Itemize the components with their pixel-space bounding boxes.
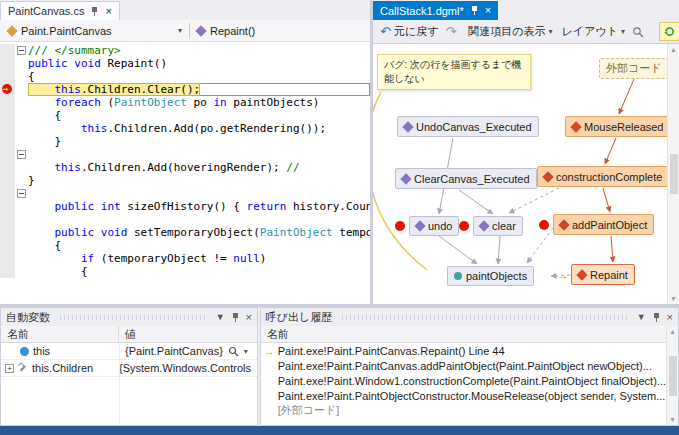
graph-node-repaint[interactable]: Repaint xyxy=(571,264,635,285)
graph-node-clearcanvas-executed[interactable]: ClearCanvas_Executed xyxy=(395,168,537,189)
breakpoint-margin[interactable] xyxy=(0,200,15,213)
code-line[interactable]: this.Children.Add(po.getRendering()); xyxy=(0,122,370,135)
breakpoint-margin[interactable] xyxy=(0,187,15,200)
breakpoint-margin[interactable] xyxy=(0,70,15,83)
code-line[interactable]: foreach (PaintObject po in paintObjects) xyxy=(0,96,370,109)
node-label: MouseReleased xyxy=(584,121,664,133)
scrollbar-thumb[interactable] xyxy=(669,356,677,396)
graph-canvas[interactable]: バグ: 次の行を描画するまで機能しない 外部コード UndoCanvas_Exe… xyxy=(373,44,679,304)
autos-title-bar[interactable]: 自動変数 ▼ × xyxy=(1,308,257,326)
breakpoint-margin[interactable] xyxy=(0,44,15,57)
stack-frame[interactable]: Paint.exe!Paint.Window1.constructionComp… xyxy=(261,373,666,388)
pin-icon[interactable] xyxy=(470,5,479,16)
scroll-down-icon[interactable]: ▼ xyxy=(669,416,676,423)
breakpoint-icon[interactable] xyxy=(395,221,405,231)
undo-button[interactable]: ↶ 元に戻す xyxy=(378,23,440,40)
redo-icon[interactable]: ↷ xyxy=(445,25,456,38)
code-line[interactable]: } xyxy=(0,174,370,187)
chevron-down-icon[interactable]: ▾ xyxy=(244,347,248,356)
zoom-icon[interactable] xyxy=(632,26,644,38)
stack-frame-current[interactable]: → Paint.exe!Paint.PaintCanvas.Repaint() … xyxy=(261,343,666,358)
bug-annotation-note[interactable]: バグ: 次の行を描画するまで機能しない xyxy=(377,54,531,90)
stack-frame[interactable]: Paint.exe!Paint.PaintObjectConstructor.M… xyxy=(261,388,666,403)
pin-icon[interactable] xyxy=(652,312,661,323)
code-line[interactable]: } xyxy=(0,135,370,148)
code-line[interactable]: { xyxy=(0,265,370,278)
breakpoint-margin[interactable]: → xyxy=(0,83,15,96)
code-line[interactable]: → this.Children.Clear(); xyxy=(0,83,370,96)
breakpoint-margin[interactable] xyxy=(0,213,15,226)
graph-node-undocanvas-executed[interactable]: UndoCanvas_Executed xyxy=(397,116,539,137)
close-icon[interactable]: × xyxy=(667,311,673,323)
breakpoint-margin[interactable] xyxy=(0,135,15,148)
breakpoint-margin[interactable] xyxy=(0,239,15,252)
close-icon[interactable]: × xyxy=(485,5,491,16)
scroll-down-icon[interactable]: ▼ xyxy=(670,295,677,302)
inspect-magnifier-icon[interactable] xyxy=(228,346,239,357)
breakpoint-margin[interactable] xyxy=(0,57,15,70)
column-header-value[interactable]: 値 xyxy=(119,326,257,342)
breakpoint-margin[interactable] xyxy=(0,109,15,122)
scrollbar-thumb[interactable] xyxy=(670,154,678,194)
breakpoint-margin[interactable] xyxy=(0,252,15,265)
class-dropdown[interactable]: Paint.PaintCanvas ▾ xyxy=(4,21,186,41)
code-line[interactable]: { xyxy=(0,239,370,252)
code-line[interactable] xyxy=(0,213,370,226)
vertical-scrollbar[interactable]: ▲ ▼ xyxy=(667,44,679,304)
code-line[interactable]: { xyxy=(0,109,370,122)
stack-frame-external[interactable]: [外部コード] xyxy=(261,403,666,418)
breakpoint-margin[interactable] xyxy=(0,122,15,135)
breakpoint-icon[interactable] xyxy=(459,221,469,231)
code-line[interactable]: public void Repaint() xyxy=(0,57,370,70)
graph-node-clear[interactable]: clear xyxy=(473,216,523,236)
stack-frame[interactable]: Paint.exe!Paint.PaintCanvas.addPaintObje… xyxy=(261,358,666,373)
code-line[interactable]: /// </summary> xyxy=(0,44,370,57)
code-text: public void Repaint() xyxy=(28,57,370,70)
graph-node-addpaintobject[interactable]: addPaintObject xyxy=(553,214,654,235)
tab-paintcanvas-cs[interactable]: PaintCanvas.cs × xyxy=(0,1,120,20)
breakpoint-margin[interactable] xyxy=(0,174,15,187)
code-line[interactable]: { xyxy=(0,70,370,83)
autos-row-this-children[interactable]: + this.Children {System.Windows.Controls xyxy=(1,360,257,377)
column-header-name[interactable]: 名前 xyxy=(1,326,119,342)
code-line[interactable] xyxy=(0,148,370,161)
code-line[interactable]: this.Children.Add(hoveringRender); // xyxy=(0,161,370,174)
window-menu-icon[interactable]: ▼ xyxy=(637,312,646,322)
collapse-region-icon[interactable] xyxy=(17,189,26,198)
breakpoint-margin[interactable] xyxy=(0,161,15,174)
graph-node-external-code[interactable]: 外部コード xyxy=(599,58,669,79)
breakpoint-margin[interactable] xyxy=(0,96,15,109)
pin-icon[interactable] xyxy=(231,312,240,323)
close-icon[interactable]: × xyxy=(246,311,252,323)
vertical-scrollbar[interactable]: ▲ ▼ xyxy=(666,326,678,425)
graph-node-constructioncomplete[interactable]: constructionComplete xyxy=(537,166,669,187)
code-line[interactable]: if (temporaryObject != null) xyxy=(0,252,370,265)
autos-row-this[interactable]: this {Paint.PaintCanvas} ▾ xyxy=(1,343,257,360)
breakpoint-margin[interactable] xyxy=(0,148,15,161)
code-line[interactable]: public int sizeOfHistory() { return hist… xyxy=(0,200,370,213)
layout-button[interactable]: レイアウト ▾ xyxy=(560,23,627,40)
close-icon[interactable]: × xyxy=(105,6,111,17)
expand-icon[interactable]: + xyxy=(5,364,14,373)
breakpoint-icon[interactable] xyxy=(539,220,549,230)
column-header-name[interactable]: 名前 xyxy=(261,326,678,342)
collapse-region-icon[interactable] xyxy=(17,150,26,159)
scroll-up-icon[interactable]: ▲ xyxy=(669,328,676,335)
collapse-region-icon[interactable] xyxy=(17,46,26,55)
callstack-title-bar[interactable]: 呼び出し履歴 ▼ × xyxy=(261,308,678,326)
tab-callstack1-dgml[interactable]: CallStack1.dgml* × xyxy=(373,1,498,20)
graph-node-undo[interactable]: undo xyxy=(409,216,459,236)
graph-node-mousereleased[interactable]: MouseReleased xyxy=(565,116,671,137)
graph-node-paintobjects[interactable]: paintObjects xyxy=(447,266,534,286)
code-line[interactable]: public void setTemporaryObject(PaintObje… xyxy=(0,226,370,239)
method-dropdown[interactable]: Repaint() xyxy=(193,21,259,41)
window-menu-icon[interactable]: ▼ xyxy=(216,312,225,322)
code-area[interactable]: /// </summary>public void Repaint(){→ th… xyxy=(0,42,370,304)
code-line[interactable] xyxy=(0,187,370,200)
refresh-button[interactable] xyxy=(659,22,679,41)
breakpoint-margin[interactable] xyxy=(0,265,15,278)
pin-icon[interactable] xyxy=(90,6,99,17)
breakpoint-margin[interactable] xyxy=(0,226,15,239)
scroll-up-icon[interactable]: ▲ xyxy=(670,46,677,53)
related-items-button[interactable]: 関連項目の表示 ▾ xyxy=(466,23,554,40)
